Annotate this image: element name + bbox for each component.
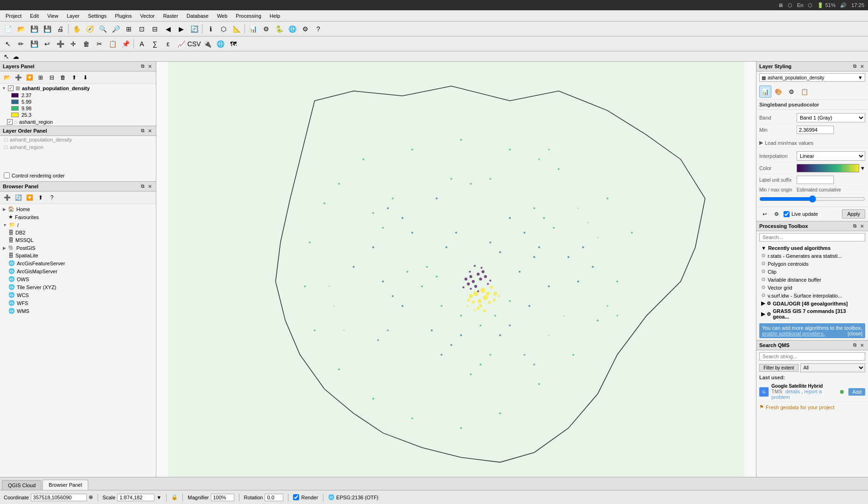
open-layer-btn[interactable]: 📂 xyxy=(2,72,12,83)
min-input[interactable] xyxy=(797,126,834,134)
styling-float-btn[interactable]: ⧉ xyxy=(851,63,858,70)
open-project-btn[interactable]: 📂 xyxy=(15,23,27,35)
undo-btn[interactable]: ↩ xyxy=(41,38,53,50)
zoom-selection-btn[interactable]: ⊡ xyxy=(136,23,148,35)
filter-layer-btn[interactable]: 🔽 xyxy=(24,72,35,83)
styling-legend-btn[interactable]: 📋 xyxy=(798,85,811,98)
menu-database[interactable]: Database xyxy=(183,12,212,20)
menu-view[interactable]: View xyxy=(43,12,62,20)
browser-close-btn[interactable]: ✕ xyxy=(147,183,153,190)
layer-item-region[interactable]: ▶ □ ashanti_region xyxy=(0,118,156,126)
paste-feature-btn[interactable]: 📌 xyxy=(119,38,132,50)
algo-rstats[interactable]: ⚙ r.stats - Generates area statisti... xyxy=(759,252,865,260)
apply-button[interactable]: Apply xyxy=(842,209,865,219)
layer-item-population[interactable]: ▼ ▦ ashanti_population_density xyxy=(0,84,156,92)
color-ramp-viridis[interactable] xyxy=(797,164,859,172)
browser-item-spatialite[interactable]: 🗄 SpatiaLite xyxy=(1,252,155,259)
browser-panel-btn[interactable]: 🌐 xyxy=(286,23,298,35)
styling-color-btn[interactable]: 🎨 xyxy=(772,85,784,98)
label-btn[interactable]: A xyxy=(136,38,148,50)
styling-settings-btn[interactable]: ⚙ xyxy=(771,209,782,219)
interpolation-select[interactable]: Linear xyxy=(797,151,865,161)
layer-order-close-btn[interactable]: ✕ xyxy=(147,128,153,134)
band-select[interactable]: Band 1 (Gray) xyxy=(797,113,865,122)
browser-add-btn[interactable]: ➕ xyxy=(2,192,12,203)
identify-btn[interactable]: ℹ xyxy=(204,23,217,35)
new-project-btn[interactable]: 📄 xyxy=(2,23,14,35)
recently-used-group[interactable]: ▼ Recently used algorithms xyxy=(759,244,865,252)
zoom-full-btn[interactable]: ⊞ xyxy=(123,23,135,35)
menu-layer[interactable]: Layer xyxy=(63,12,84,20)
styling-close-btn[interactable]: ✕ xyxy=(859,63,865,70)
browser-filter-btn[interactable]: 🔽 xyxy=(24,192,35,203)
zoom-previous-btn[interactable]: ◀ xyxy=(162,23,174,35)
plugin-btn3[interactable]: 🗺 xyxy=(227,38,239,50)
render-order-checkbox[interactable] xyxy=(4,172,10,178)
measure-btn[interactable]: 📐 xyxy=(231,23,243,35)
epsg-item[interactable]: 🌐 EPSG:2136 (OTF) xyxy=(328,494,378,500)
move-feature-btn[interactable]: ✛ xyxy=(67,38,79,50)
menu-web[interactable]: Web xyxy=(213,12,231,20)
menu-project[interactable]: Project xyxy=(2,12,25,20)
processing-close-btn[interactable]: ✕ xyxy=(859,223,865,229)
map-canvas[interactable] xyxy=(156,62,756,477)
plugin-btn2[interactable]: 🌐 xyxy=(214,38,226,50)
browser-float-btn[interactable]: ⧉ xyxy=(139,183,146,190)
python-console-btn[interactable]: 🐍 xyxy=(273,23,285,35)
expression-btn[interactable]: ε xyxy=(162,38,174,50)
settings-btn[interactable]: ⚙ xyxy=(299,23,311,35)
browser-item-root[interactable]: ▼ 📁 / xyxy=(1,221,155,229)
save-edits-btn[interactable]: 💾 xyxy=(28,38,40,50)
cursor-small-btn[interactable]: ↖ xyxy=(2,52,11,61)
qms-search-input[interactable] xyxy=(759,352,865,361)
color-value-container[interactable]: ▼ xyxy=(797,164,865,172)
label-unit-input[interactable] xyxy=(797,176,834,184)
zoom-in-btn[interactable]: 🔍 xyxy=(97,23,109,35)
browser-item-wms[interactable]: 🌐 WMS xyxy=(1,307,155,315)
scale-input[interactable] xyxy=(117,494,154,501)
qms-result-details-link[interactable]: details xyxy=(785,389,800,394)
rotation-input[interactable] xyxy=(265,494,283,501)
plugin-btn1[interactable]: 🔌 xyxy=(201,38,213,50)
algo-vector-grid[interactable]: ⚙ Vector grid xyxy=(759,284,865,291)
lock-icon[interactable]: 🔒 xyxy=(171,494,178,500)
cut-feature-btn[interactable]: ✂ xyxy=(93,38,105,50)
menu-processing[interactable]: Processing xyxy=(232,12,265,20)
help-btn[interactable]: ? xyxy=(312,23,324,35)
layer-up-btn[interactable]: ⬆ xyxy=(69,72,79,83)
qms-close-btn[interactable]: ✕ xyxy=(859,342,865,348)
layer-visibility-checkbox-region[interactable] xyxy=(7,119,13,125)
processing-search-input[interactable] xyxy=(759,233,865,241)
algo-vsurf[interactable]: ⚙ v.surf.idw - Surface interpolatio... xyxy=(759,291,865,299)
browser-item-arcgisfeature[interactable]: 🌐 ArcGisFeatureServer xyxy=(1,259,155,267)
layer-down-btn[interactable]: ⬇ xyxy=(80,72,91,83)
qgis-cloud-btn[interactable]: ☁ xyxy=(11,52,21,61)
csv-btn[interactable]: CSV xyxy=(188,38,200,50)
tab-browser-panel[interactable]: Browser Panel xyxy=(42,480,88,490)
layer-visibility-checkbox-population[interactable] xyxy=(8,85,14,91)
menu-plugins[interactable]: Plugins xyxy=(111,12,135,20)
layer-order-float-btn[interactable]: ⧉ xyxy=(139,128,146,134)
print-btn[interactable]: 🖨 xyxy=(54,23,66,35)
delete-feature-btn[interactable]: 🗑 xyxy=(80,38,92,50)
processing-toolbox-btn[interactable]: ⚙ xyxy=(260,23,272,35)
coordinate-input[interactable] xyxy=(31,494,87,501)
load-minmax-row[interactable]: ▶ Load min/max values xyxy=(756,138,868,148)
add-feature-btn[interactable]: ➕ xyxy=(54,38,66,50)
browser-item-ows[interactable]: 🌐 OWS xyxy=(1,275,155,283)
browser-item-wfs[interactable]: 🌐 WFS xyxy=(1,299,155,307)
styling-filter-btn[interactable]: ⚙ xyxy=(785,85,798,98)
menu-raster[interactable]: Raster xyxy=(159,12,182,20)
gdal-group[interactable]: ▶ ⚙ GDAL/OGR [48 geoalgorithms] xyxy=(759,299,865,307)
browser-item-home[interactable]: ▶ 🏠 Home xyxy=(1,205,155,213)
stats-btn[interactable]: 📈 xyxy=(175,38,187,50)
browser-item-wcs[interactable]: 🌐 WCS xyxy=(1,291,155,299)
menu-settings[interactable]: Settings xyxy=(84,12,110,20)
remove-layer-btn[interactable]: 🗑 xyxy=(58,72,68,83)
styling-undo-btn[interactable]: ↩ xyxy=(759,209,770,219)
info-banner-link[interactable]: enable additional providers. xyxy=(762,331,825,336)
cursor-btn[interactable]: ↖ xyxy=(2,38,14,50)
live-update-checkbox[interactable] xyxy=(784,211,790,217)
info-close-btn[interactable]: [close] xyxy=(847,331,862,336)
save-as-btn[interactable]: 💾 xyxy=(41,23,53,35)
